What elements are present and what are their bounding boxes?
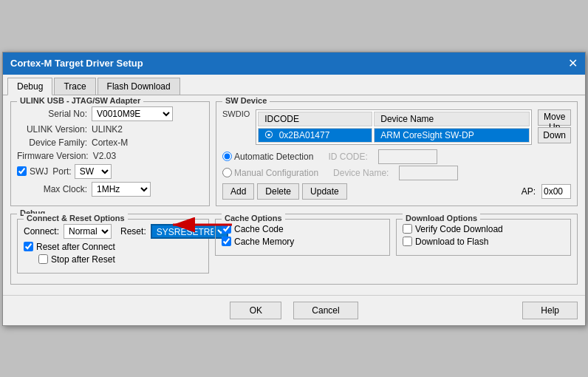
device-family-value: Cortex-M: [92, 137, 128, 148]
debug-group: Debug Connect & Reset Options Connect: N…: [10, 214, 578, 285]
download-options-title: Download Options: [403, 214, 480, 223]
max-clock-select[interactable]: 1MHz 2MHz 4MHz: [92, 182, 151, 197]
stop-after-reset-label: Stop after Reset: [51, 254, 115, 265]
main-content: ULINK USB - JTAG/SW Adapter Serial No: V…: [3, 95, 585, 295]
serial-no-label: Serial No:: [17, 109, 87, 119]
add-button[interactable]: Add: [222, 183, 254, 200]
reset-after-connect-label: Reset after Connect: [36, 242, 115, 252]
device-name-cell: ARM CoreSight SW-DP: [374, 128, 530, 143]
tab-bar: Debug Trace Flash Download: [3, 75, 585, 95]
connect-reset-group: Connect & Reset Options Connect: Normal …: [17, 219, 209, 278]
radio-icon: ⦿: [264, 130, 273, 140]
verify-code-checkbox[interactable]: [403, 224, 412, 234]
help-button[interactable]: Help: [522, 302, 578, 319]
swdio-label: SWDIO: [222, 109, 250, 118]
download-to-flash-label: Download to Flash: [415, 237, 488, 247]
swj-label: SWJ: [30, 166, 48, 177]
sw-device-group-title: SW Device: [222, 96, 270, 105]
cache-options-box: Cache Options Cache Code Cache Memory: [215, 219, 390, 256]
connect-reset-box: Connect & Reset Options Connect: Normal …: [17, 219, 209, 274]
detection-row: Automatic Detection ID CODE:: [222, 149, 571, 164]
ulink-version-value: ULINK2: [92, 124, 123, 135]
automatic-detection-label: Automatic Detection: [222, 152, 313, 162]
left-panel: ULINK USB - JTAG/SW Adapter Serial No: V…: [10, 101, 210, 211]
stop-after-reset-checkbox[interactable]: [38, 254, 48, 264]
reset-after-connect-row: Reset after Connect: [24, 242, 202, 252]
update-button[interactable]: Update: [302, 183, 347, 200]
debug-inner: Connect & Reset Options Connect: Normal …: [17, 219, 571, 278]
reset-label: Reset:: [120, 226, 146, 237]
cache-options-title: Cache Options: [222, 214, 285, 223]
stop-after-reset-row: Stop after Reset: [38, 254, 202, 265]
port-select[interactable]: SW JTAG: [75, 164, 112, 179]
ok-button[interactable]: OK: [230, 302, 281, 319]
table-row[interactable]: ⦿ 0x2BA01477 ARM CoreSight SW-DP: [258, 128, 530, 143]
download-to-flash-checkbox[interactable]: [403, 237, 412, 246]
device-name-header: Device Name: [374, 112, 530, 126]
idcode-cell: ⦿ 0x2BA01477: [258, 128, 372, 143]
sw-device-table-row: SWDIO IDCODE Device Name: [222, 109, 571, 145]
bottom-buttons: OK Cancel Help: [3, 295, 585, 325]
id-code-label: ID CODE:: [328, 152, 367, 162]
cache-group: Cache Options Cache Code Cache Memory: [215, 219, 390, 278]
ulink-version-row: ULINK Version: ULINK2: [17, 124, 203, 135]
firmware-version-row: Firmware Version: V2.03: [17, 151, 203, 161]
cache-memory-row: Cache Memory: [222, 237, 383, 247]
manual-config-label: Manual Configuration: [222, 168, 318, 178]
add-del-row: Add Delete Update AP:: [222, 183, 571, 200]
device-name-input[interactable]: [399, 166, 458, 180]
verify-code-label: Verify Code Download: [415, 224, 503, 234]
cache-code-row: Cache Code: [222, 224, 383, 234]
tab-flash-download[interactable]: Flash Download: [98, 78, 180, 95]
sw-device-group: SW Device SWDIO IDCODE Device Name: [216, 101, 578, 206]
move-up-button[interactable]: MoveUp: [538, 109, 571, 126]
manual-config-radio[interactable]: [222, 168, 232, 177]
manual-config-row: Manual Configuration Device Name:: [222, 166, 571, 180]
title-bar: Cortex-M Target Driver Setup ✕: [3, 52, 585, 75]
max-clock-row: Max Clock: 1MHz 2MHz 4MHz: [17, 182, 203, 197]
swj-port-row: SWJ Port: SW JTAG: [17, 164, 203, 179]
ulink-group: ULINK USB - JTAG/SW Adapter Serial No: V…: [10, 101, 210, 206]
connect-reset-title: Connect & Reset Options: [24, 214, 128, 223]
right-panel: SW Device SWDIO IDCODE Device Name: [216, 101, 578, 211]
device-name-label: Device Name:: [333, 168, 389, 178]
device-family-row: Device Family: Cortex-M: [17, 137, 203, 148]
download-options-box: Download Options Verify Code Download Do…: [396, 219, 571, 256]
download-to-flash-row: Download to Flash: [403, 237, 564, 247]
close-button[interactable]: ✕: [568, 58, 578, 69]
automatic-detection-radio[interactable]: [222, 152, 232, 161]
firmware-version-value: V2.03: [93, 151, 116, 161]
swj-checkbox[interactable]: [17, 166, 27, 176]
serial-no-row: Serial No: V0010M9E: [17, 106, 203, 121]
ap-input[interactable]: [541, 184, 571, 199]
main-window: Cortex-M Target Driver Setup ✕ Debug Tra…: [2, 52, 586, 326]
connect-select[interactable]: Normal: [64, 224, 112, 239]
window-title: Cortex-M Target Driver Setup: [10, 58, 143, 69]
max-clock-label: Max Clock:: [17, 184, 87, 194]
idcode-header: IDCODE: [258, 112, 372, 126]
tab-trace[interactable]: Trace: [54, 78, 95, 95]
cache-code-checkbox[interactable]: [222, 224, 231, 234]
connect-label: Connect:: [24, 226, 59, 237]
ap-label: AP:: [522, 186, 536, 197]
tab-debug[interactable]: Debug: [7, 78, 52, 95]
move-buttons: MoveUp Down: [538, 109, 571, 143]
cache-memory-label: Cache Memory: [234, 237, 294, 247]
download-group: Download Options Verify Code Download Do…: [396, 219, 571, 278]
reset-after-connect-checkbox[interactable]: [24, 242, 33, 251]
sw-device-table: IDCODE Device Name ⦿ 0x2BA01477: [256, 109, 532, 145]
id-code-input[interactable]: [378, 149, 437, 164]
move-down-button[interactable]: Down: [538, 127, 571, 143]
serial-no-select[interactable]: V0010M9E: [92, 106, 173, 121]
delete-button[interactable]: Delete: [257, 183, 299, 200]
connect-row: Connect: Normal Reset: SYSRESETREQ VECTR…: [24, 224, 202, 239]
top-section: ULINK USB - JTAG/SW Adapter Serial No: V…: [10, 101, 578, 211]
port-label: Port:: [52, 166, 71, 177]
cancel-button[interactable]: Cancel: [293, 302, 358, 319]
sw-device-table-wrap: IDCODE Device Name ⦿ 0x2BA01477: [256, 109, 532, 145]
cache-memory-checkbox[interactable]: [222, 237, 231, 246]
ulink-version-label: ULINK Version:: [17, 124, 87, 135]
idcode-value: 0x2BA01477: [279, 130, 330, 140]
cache-code-label: Cache Code: [234, 224, 284, 234]
device-family-label: Device Family:: [17, 137, 87, 148]
